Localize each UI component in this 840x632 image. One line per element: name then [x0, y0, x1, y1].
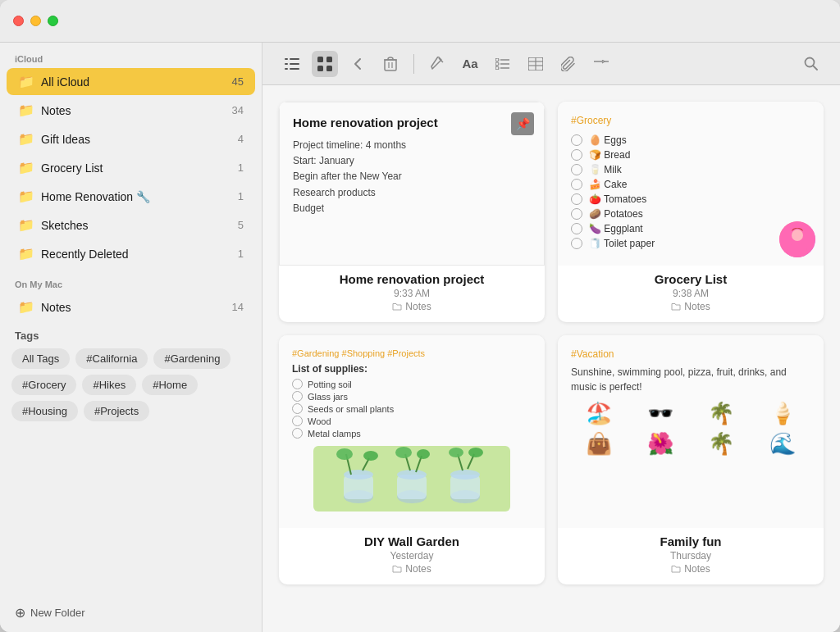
diy-subtitle: List of supplies: — [292, 363, 532, 375]
tag-hikes[interactable]: #Hikes — [82, 375, 136, 395]
folder-icon: 📁 — [18, 160, 34, 175]
tag-all-tags[interactable]: All Tags — [11, 348, 70, 369]
delete-button[interactable] — [377, 51, 404, 77]
sidebar-item-sketches[interactable]: 📁 Sketches 5 — [7, 211, 255, 239]
folder-icon: 📁 — [18, 102, 34, 118]
note-card-footer: DIY Wall Garden Yesterday Notes — [279, 528, 545, 584]
sidebar: iCloud 📁 All iCloud 45 📁 Notes 34 📁 Gift… — [0, 43, 262, 632]
sidebar-item-label: Notes — [41, 104, 226, 117]
folder-small-icon — [392, 302, 402, 311]
compose-button[interactable] — [424, 51, 450, 77]
tag-grocery[interactable]: #Grocery — [11, 375, 76, 395]
sidebar-item-notes[interactable]: 📁 Notes 34 — [7, 97, 255, 124]
list-item: 🧻 Toilet paper — [571, 236, 810, 251]
svg-rect-1 — [290, 58, 299, 60]
note-card-home-renovation[interactable]: Home renovation project Project timeline… — [279, 102, 545, 322]
note-card-family-fun[interactable]: #Vacation Sunshine, swimming pool, pizza… — [558, 335, 824, 584]
note-folder: Notes — [568, 563, 814, 575]
on-my-mac-section-label: On My Mac — [0, 268, 262, 293]
minimize-button[interactable] — [30, 16, 41, 26]
tag-california[interactable]: #California — [75, 348, 148, 369]
note-folder: Notes — [289, 563, 535, 575]
svg-point-44 — [395, 447, 412, 458]
emoji-icecream: 🍦 — [755, 401, 811, 426]
svg-point-17 — [495, 62, 499, 66]
note-preview-grocery: #Grocery 🥚 Eggs 🍞 Bread 🥛 Milk 🍰 Cake 🍅 … — [558, 102, 824, 266]
checklist-button[interactable] — [490, 51, 516, 77]
fullscreen-button[interactable] — [48, 16, 58, 26]
note-folder: Notes — [568, 301, 814, 312]
svg-point-46 — [417, 449, 430, 459]
plus-icon: ⊕ — [15, 605, 25, 621]
tags-section: Tags All Tags #California #Gardening #Gr… — [0, 321, 262, 430]
tag-gardening[interactable]: #Gardening — [153, 348, 231, 369]
note-preview-family: #Vacation Sunshine, swimming pool, pizza… — [558, 335, 824, 528]
svg-line-28 — [813, 66, 817, 70]
list-item: 🍅 Tomatoes — [571, 192, 810, 207]
grocery-tag: #Grocery — [571, 115, 810, 126]
diy-tag: #Gardening #Shopping #Projects — [292, 348, 532, 358]
sidebar-item-gift-ideas[interactable]: 📁 Gift Ideas 4 — [7, 125, 255, 152]
svg-point-53 — [468, 448, 483, 457]
list-item: Potting soil — [292, 378, 532, 390]
tag-housing[interactable]: #Housing — [11, 401, 78, 421]
svg-point-39 — [363, 451, 378, 461]
svg-point-49 — [450, 470, 480, 480]
format-button[interactable]: Aa — [457, 51, 483, 77]
sidebar-item-count: 1 — [238, 248, 244, 260]
new-folder-label: New Folder — [30, 607, 84, 619]
plant-illustration — [292, 446, 532, 512]
folder-icon: 📁 — [18, 246, 34, 261]
tag-projects[interactable]: #Projects — [84, 401, 149, 421]
sidebar-item-all-icloud[interactable]: 📁 All iCloud 45 — [7, 68, 255, 95]
grocery-items-list: 🥚 Eggs 🍞 Bread 🥛 Milk 🍰 Cake 🍅 Tomatoes … — [571, 133, 810, 251]
note-card-grocery-list[interactable]: #Grocery 🥚 Eggs 🍞 Bread 🥛 Milk 🍰 Cake 🍅 … — [558, 102, 824, 322]
note-time: Thursday — [568, 550, 814, 562]
note-card-footer: Home renovation project 9:33 AM Notes — [279, 266, 545, 322]
sidebar-item-label: Home Renovation 🔧 — [41, 190, 231, 203]
grid-view-button[interactable] — [312, 51, 338, 77]
search-button[interactable] — [797, 51, 824, 77]
folder-icon: 📁 — [18, 299, 34, 315]
sidebar-item-label: Recently Deleted — [41, 248, 231, 261]
right-panel: Aa — [262, 43, 840, 632]
note-card-diy-garden[interactable]: #Gardening #Shopping #Projects List of s… — [279, 335, 545, 584]
sidebar-item-home-renovation[interactable]: 📁 Home Renovation 🔧 1 — [7, 183, 255, 210]
folder-small-icon — [671, 302, 681, 311]
attach-button[interactable] — [555, 51, 582, 77]
note-time: Yesterday — [289, 550, 535, 562]
toolbar: Aa — [262, 43, 840, 85]
list-item: Seeds or small plants — [292, 402, 532, 415]
sidebar-item-count: 1 — [238, 161, 244, 174]
emoji-palm: 🌴 — [693, 401, 750, 426]
svg-point-19 — [495, 66, 499, 70]
folder-small-icon — [392, 565, 402, 573]
traffic-lights — [13, 16, 58, 26]
new-folder-button[interactable]: ⊕ New Folder — [0, 597, 262, 632]
close-button[interactable] — [13, 16, 24, 26]
list-view-button[interactable] — [279, 51, 305, 77]
svg-rect-2 — [285, 63, 288, 65]
note-card-footer: Family fun Thursday Notes — [558, 528, 824, 584]
svg-rect-4 — [285, 68, 288, 70]
sidebar-item-count: 4 — [238, 133, 244, 145]
pin-icon: 📌 — [511, 112, 534, 135]
sidebar-item-mac-notes[interactable]: 📁 Notes 14 — [7, 293, 255, 321]
svg-point-37 — [336, 448, 353, 460]
table-button[interactable] — [523, 51, 549, 77]
emoji-flower: 🌺 — [632, 431, 689, 457]
note-title: Home renovation project — [289, 272, 535, 286]
toolbar-separator-1 — [413, 54, 414, 74]
more-button[interactable] — [588, 51, 614, 77]
folder-icon: 📁 — [18, 74, 34, 89]
emoji-wave: 🌊 — [755, 431, 811, 457]
tag-home[interactable]: #Home — [142, 375, 198, 395]
sidebar-item-recently-deleted[interactable]: 📁 Recently Deleted 1 — [7, 240, 255, 267]
sidebar-item-label: Grocery List — [41, 161, 231, 175]
list-item: 🍞 Bread — [571, 148, 810, 162]
list-item: Metal clamps — [292, 427, 532, 439]
note-title: Family fun — [568, 534, 814, 548]
sidebar-item-grocery-list[interactable]: 📁 Grocery List 1 — [7, 154, 255, 181]
back-button[interactable] — [345, 51, 371, 77]
app-window: iCloud 📁 All iCloud 45 📁 Notes 34 📁 Gift… — [0, 0, 840, 632]
